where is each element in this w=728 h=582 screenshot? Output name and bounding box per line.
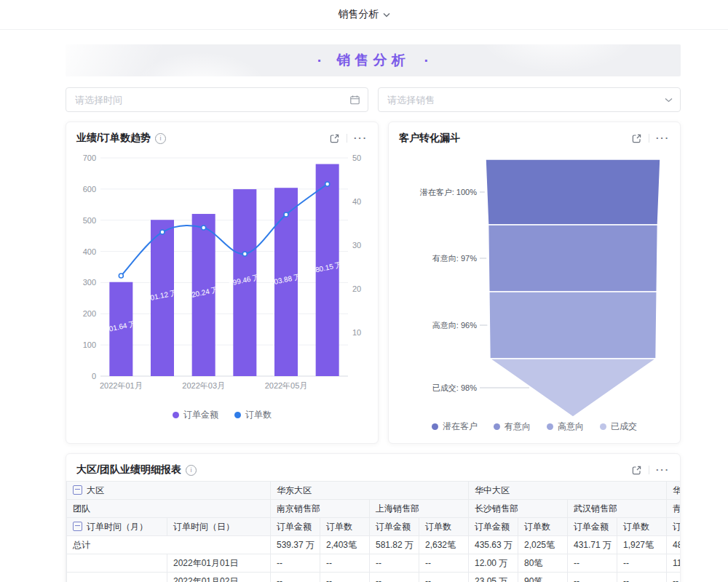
- collapse-icon[interactable]: [73, 522, 82, 531]
- export-icon: [631, 465, 642, 476]
- cell-text: 长沙销售部: [475, 503, 518, 514]
- trend-legend: 订单金额订单数: [66, 409, 378, 421]
- funnel-segment[interactable]: [486, 159, 660, 225]
- export-button[interactable]: [631, 133, 642, 144]
- export-button[interactable]: [631, 465, 642, 476]
- cell-text: 华中大区: [475, 485, 510, 495]
- export-button[interactable]: [329, 133, 340, 144]
- cell-text: --: [425, 576, 431, 582]
- table-cell: --: [667, 573, 681, 582]
- banner: · 销售分析 ·: [66, 44, 681, 76]
- trend-card-title: 业绩/订单数趋势: [76, 132, 151, 145]
- table-cell: 大区: [67, 482, 271, 500]
- table-cell: 订单金额: [568, 518, 617, 536]
- legend-item[interactable]: 有意向: [494, 420, 531, 433]
- table-cell: --: [271, 554, 320, 573]
- cell-text: 486.06 万: [673, 540, 680, 550]
- table-cell: 486.06 万: [667, 536, 681, 554]
- table-row: 订单时间（月）订单时间（日）订单金额订单数订单金额订单数订单金额订单数订单金额订…: [67, 518, 681, 536]
- funnel-card-actions: ···: [631, 133, 670, 144]
- table-cell: 订单数: [617, 518, 667, 536]
- funnel-chart: 潜在客户: 100%有意向: 97%高意向: 96%已成交: 98%: [398, 151, 671, 418]
- x-axis-label: 2022年05月: [265, 381, 308, 390]
- dashboard-title-dropdown[interactable]: 销售分析: [339, 8, 390, 21]
- topbar: 销售分析: [0, 0, 728, 30]
- cell-text: 订单数: [524, 522, 550, 532]
- cell-text: 总计: [73, 540, 90, 550]
- more-menu-button[interactable]: ···: [354, 135, 368, 142]
- info-icon[interactable]: i: [186, 465, 197, 476]
- more-menu-button[interactable]: ···: [656, 466, 670, 474]
- line-point[interactable]: [160, 230, 165, 234]
- banner-title: 销售分析: [337, 51, 410, 70]
- table-cell: 2,632笔: [419, 536, 469, 554]
- time-filter[interactable]: [66, 87, 368, 112]
- left-axis-tick: 200: [83, 309, 96, 318]
- banner-dot-left: ·: [317, 52, 323, 69]
- table-card-actions: ···: [631, 465, 670, 476]
- collapse-icon[interactable]: [73, 485, 82, 495]
- right-axis-tick: 10: [352, 328, 361, 337]
- legend-label: 订单数: [245, 409, 272, 421]
- funnel-segment[interactable]: [488, 225, 657, 292]
- legend-item[interactable]: 订单金额: [173, 409, 218, 421]
- table-cell: --: [419, 573, 469, 582]
- table-cell: 订单时间（日）: [167, 518, 271, 536]
- table-cell: 2,403笔: [320, 536, 370, 554]
- legend-item[interactable]: 潜在客户: [432, 420, 478, 433]
- legend-dot-icon: [234, 412, 241, 418]
- table-cell: 订单金额: [469, 518, 518, 536]
- cell-text: 2022年01月02日: [173, 576, 238, 582]
- more-menu-button[interactable]: ···: [656, 135, 670, 142]
- calendar-icon: [349, 95, 360, 105]
- table-cell: 435.63 万: [469, 536, 518, 554]
- funnel-segment[interactable]: [488, 292, 656, 359]
- legend-item[interactable]: 已成交: [600, 420, 637, 433]
- table-cell: 2022年01月01日: [167, 554, 271, 573]
- pivot-table: 大区华东大区华中大区华北大区团队南京销售部上海销售部长沙销售部武汉销售部青岛销售…: [66, 481, 680, 582]
- cell-text: 581.82 万: [376, 540, 414, 550]
- left-axis-tick: 400: [83, 247, 96, 256]
- sales-filter-input[interactable]: [386, 94, 665, 106]
- line-point[interactable]: [202, 226, 206, 230]
- table-cell: --: [271, 573, 320, 582]
- time-filter-input[interactable]: [74, 94, 349, 106]
- line-point[interactable]: [119, 274, 123, 278]
- table-cell: --: [370, 573, 419, 582]
- table-cell: 12.00 万: [469, 554, 518, 573]
- legend-label: 潜在客户: [443, 420, 478, 433]
- funnel-chart-card: 客户转化漏斗 ··· 潜在客户: 100%有意向: 97%高意向: 96%已成交…: [388, 121, 681, 444]
- table-cell: 订单数: [419, 518, 469, 536]
- cell-text: --: [673, 576, 678, 582]
- table-cell: 团队: [67, 500, 271, 518]
- funnel-label: 高意向: 96%: [432, 321, 476, 330]
- table-cell: 华中大区: [469, 482, 667, 500]
- table-cell: 订单数: [518, 518, 568, 536]
- legend-dot-icon: [173, 412, 179, 418]
- cell-text: --: [623, 576, 629, 582]
- cell-text: 订单时间（月）: [87, 522, 148, 532]
- cell-text: 431.71 万: [574, 540, 612, 550]
- table-cell: 90笔: [518, 573, 568, 582]
- cell-text: --: [574, 576, 579, 582]
- table-cell: 581.82 万: [370, 536, 419, 554]
- dashboard-content: · 销售分析 · 业绩/订单数趋势 i: [66, 44, 681, 582]
- info-icon[interactable]: i: [155, 133, 166, 144]
- line-point[interactable]: [242, 252, 247, 256]
- left-axis-tick: 700: [83, 154, 96, 162]
- trend-card-header: 业绩/订单数趋势 i ···: [66, 122, 378, 149]
- table-cell: --: [320, 554, 370, 573]
- legend-item[interactable]: 高意向: [547, 420, 584, 433]
- legend-item[interactable]: 订单数: [234, 409, 272, 421]
- legend-label: 订单金额: [183, 409, 218, 421]
- table-cell: 订单金额: [271, 518, 320, 536]
- line-point[interactable]: [325, 182, 330, 186]
- cell-text: --: [376, 558, 381, 568]
- legend-label: 已成交: [611, 420, 637, 433]
- line-point[interactable]: [284, 212, 288, 217]
- sales-filter[interactable]: [378, 87, 681, 112]
- table-cell: 南京销售部: [271, 500, 370, 518]
- right-axis-tick: 20: [352, 284, 361, 293]
- cell-text: 订单数: [623, 522, 649, 532]
- table-cell: --: [370, 554, 419, 573]
